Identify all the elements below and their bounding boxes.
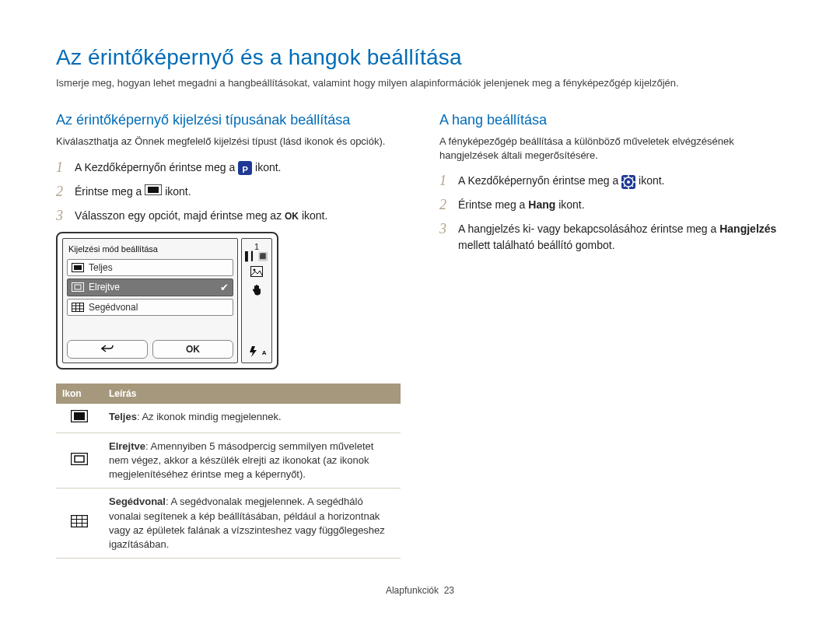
step-text: Érintse meg a: [458, 198, 528, 211]
full-display-icon: [72, 262, 84, 273]
step-text: mellett található beállító gombot.: [458, 239, 615, 251]
left-step-3: 3 Válasszon egy opciót, majd érintse meg…: [56, 208, 401, 224]
hidden-display-icon: [72, 282, 84, 292]
step-text: A Kezdőképernyőn érintse meg a: [75, 161, 238, 173]
mode-p-icon: [238, 161, 252, 175]
step-text: ikont.: [302, 209, 327, 222]
step-text: ikont.: [255, 161, 281, 173]
step-text: Érintse meg a: [75, 185, 145, 198]
lcd-option-elrejtve[interactable]: Elrejtve ✔: [67, 278, 233, 296]
hidden-display-icon: [71, 456, 88, 468]
lcd-mock: Kijelzési mód beállítása Teljes Elrejtv: [56, 232, 401, 370]
svg-line-31: [632, 177, 633, 179]
table-header-desc: Leírás: [103, 384, 401, 404]
gridlines-icon: [72, 302, 84, 313]
table-row: Teljes: Az ikonok mindig megjelennek.: [56, 404, 401, 433]
footer-page: 23: [444, 585, 454, 596]
step-number: 2: [56, 184, 67, 200]
svg-rect-17: [72, 516, 88, 527]
lcd-option-label: Elrejtve: [89, 282, 120, 292]
step-number: 3: [56, 208, 67, 224]
step-term: Hang: [528, 198, 555, 211]
lcd-back-button[interactable]: [67, 340, 148, 359]
page-footer: Alapfunkciók 23: [56, 585, 784, 596]
icon-table: Ikon Leírás Teljes: Az ikonok mindig meg…: [56, 384, 401, 559]
step-number: 3: [439, 221, 450, 237]
picture-icon: [250, 266, 263, 278]
step-number: 2: [439, 197, 450, 213]
svg-rect-1: [148, 187, 159, 193]
step-text: ikont.: [639, 174, 664, 187]
svg-rect-16: [75, 456, 84, 462]
lcd-option-segedvonal[interactable]: Segédvonal: [67, 299, 233, 316]
svg-rect-15: [72, 453, 88, 464]
right-column: A hang beállítása A fényképezőgép beállí…: [439, 112, 784, 559]
flash-auto-icon: A: [247, 345, 267, 359]
table-row: Segédvonal: A segédvonalak megjelennek. …: [56, 489, 401, 559]
page-title: Az érintőképernyő és a hangok beállítása: [56, 45, 784, 70]
footer-section: Alapfunkciók: [386, 585, 439, 596]
check-icon: ✔: [220, 282, 229, 293]
status-count: 1 ▌▎🔳: [243, 242, 270, 261]
svg-line-29: [632, 185, 633, 187]
left-step-2: 2 Érintse meg a ikont.: [56, 184, 401, 200]
row-desc: : Az ikonok mindig megjelennek.: [137, 411, 282, 422]
gridlines-icon: [71, 518, 88, 530]
step-text: Válasszon egy opciót, majd érintse meg a…: [75, 209, 285, 222]
ok-label: OK: [285, 211, 299, 222]
right-heading: A hang beállítása: [439, 112, 784, 128]
lcd-option-teljes[interactable]: Teljes: [67, 259, 233, 276]
row-term: Segédvonal: [109, 496, 166, 507]
svg-rect-11: [251, 266, 263, 276]
svg-point-12: [254, 268, 256, 271]
svg-rect-6: [72, 303, 84, 311]
svg-rect-14: [74, 412, 85, 420]
left-heading: Az érintőképernyő kijelzési típusának be…: [56, 112, 401, 128]
step-term: Hangjelzés: [719, 222, 776, 235]
left-step-1: 1 A Kezdőképernyőn érintse meg a ikont.: [56, 159, 401, 176]
svg-point-23: [627, 180, 630, 184]
full-display-icon: [71, 413, 88, 425]
svg-line-30: [624, 185, 625, 187]
lcd-option-label: Segédvonal: [89, 302, 138, 313]
settings-gear-icon: [621, 175, 635, 189]
right-step-1: 1 A Kezdőképernyőn érintse meg a ikont.: [439, 173, 784, 189]
step-number: 1: [439, 173, 450, 189]
display-mode-icon: [145, 184, 162, 200]
step-text: A Kezdőképernyőn érintse meg a: [458, 174, 621, 187]
right-step-3: 3 A hangjelzés ki- vagy bekapcsolásához …: [439, 221, 784, 254]
svg-rect-3: [74, 265, 82, 270]
right-subdesc: A fényképezőgép beállítása a különböző m…: [439, 135, 784, 162]
step-text: A hangjelzés ki- vagy bekapcsolásához ér…: [458, 222, 719, 235]
step-number: 1: [56, 159, 67, 176]
step-text: ikont.: [165, 185, 191, 198]
hand-icon: [250, 283, 263, 297]
svg-line-28: [624, 177, 625, 179]
svg-rect-5: [75, 285, 81, 289]
left-column: Az érintőképernyő kijelzési típusának be…: [56, 112, 401, 559]
step-text: ikont.: [558, 198, 584, 211]
intro-text: Ismerje meg, hogyan lehet megadni a hang…: [56, 76, 784, 90]
table-row: Elrejtve: Amennyiben 5 másodpercig semmi…: [56, 433, 401, 489]
row-term: Teljes: [109, 411, 137, 422]
left-subdesc: Kiválaszthatja az Önnek megfelelő kijelz…: [56, 135, 401, 149]
row-term: Elrejtve: [109, 440, 145, 452]
table-header-icon: Ikon: [56, 384, 103, 404]
lcd-title: Kijelzési mód beállítása: [67, 243, 233, 257]
row-desc: : Amennyiben 5 másodpercig semmilyen műv…: [109, 440, 373, 480]
lcd-option-label: Teljes: [89, 262, 113, 273]
right-step-2: 2 Érintse meg a Hang ikont.: [439, 197, 784, 213]
lcd-ok-button[interactable]: OK: [152, 340, 233, 359]
svg-rect-4: [72, 283, 84, 292]
